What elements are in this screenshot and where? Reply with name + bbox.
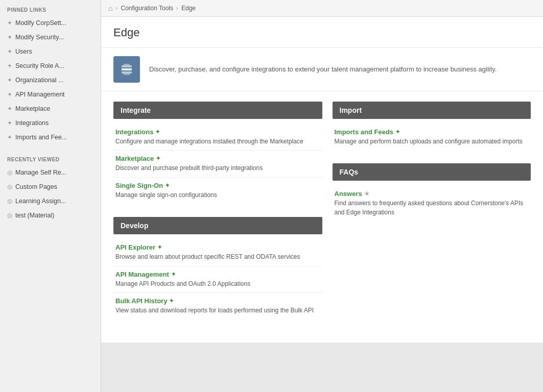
sso-desc: Manage single sign-on configurations bbox=[115, 191, 320, 200]
pin-icon-sso: ✦ bbox=[165, 182, 170, 189]
answers-link[interactable]: Answers ★ bbox=[335, 190, 529, 198]
recently-viewed-label: RECENTLY VIEWED bbox=[0, 150, 101, 165]
pin-icon-5: ✦ bbox=[7, 77, 12, 84]
edge-banner: Discover, purchase, and configure integr… bbox=[101, 48, 543, 91]
pin-icon-8: ✦ bbox=[7, 119, 12, 127]
faqs-header: FAQs bbox=[333, 163, 531, 181]
answers-desc: Find answers to frequently asked questio… bbox=[335, 199, 529, 217]
edge-description: Discover, purchase, and configure integr… bbox=[149, 64, 497, 75]
list-item: Single Sign-On ✦ Manage single sign-on c… bbox=[113, 178, 322, 204]
sidebar-item-marketplace[interactable]: ✦ Marketplace bbox=[0, 102, 101, 116]
sidebar-item-modify-corp[interactable]: ✦ Modify CorpSett... bbox=[0, 16, 101, 30]
sidebar-item-label: Manage Self Re... bbox=[15, 169, 66, 176]
right-column: Import Imports and Feeds ✦ Manage and pe… bbox=[322, 102, 531, 332]
sidebar-item-security-role[interactable]: ✦ Security Role A... bbox=[0, 59, 101, 73]
list-item: Answers ★ Find answers to frequently ask… bbox=[333, 186, 531, 221]
bulk-api-link[interactable]: Bulk API History ✦ bbox=[115, 297, 320, 305]
sidebar-item-organizational[interactable]: ✦ Organizational ... bbox=[0, 73, 101, 87]
breadcrumb-bar: ⌂ › Configuration Tools › Edge bbox=[101, 0, 543, 17]
recent-icon-2: ◎ bbox=[7, 183, 12, 190]
sso-link[interactable]: Single Sign-On ✦ bbox=[115, 182, 320, 189]
integrations-desc: Configure and manage integrations instal… bbox=[115, 137, 320, 146]
faqs-section: FAQs Answers ★ Find answers to frequentl… bbox=[333, 163, 531, 234]
edge-icon-box bbox=[113, 56, 140, 83]
api-explorer-link[interactable]: API Explorer ✦ bbox=[115, 243, 320, 251]
import-section: Import Imports and Feeds ✦ Manage and pe… bbox=[333, 102, 531, 163]
pin-icon-7: ✦ bbox=[7, 105, 12, 112]
star-icon-answers: ★ bbox=[364, 190, 369, 197]
list-item: Marketplace ✦ Discover and purchase preb… bbox=[113, 151, 322, 177]
integrations-link[interactable]: Integrations ✦ bbox=[115, 128, 320, 136]
marketplace-desc: Discover and purchase prebuilt third-par… bbox=[115, 164, 320, 173]
pinned-links-label: PINNED LINKS bbox=[0, 0, 101, 16]
sidebar-item-label: Custom Pages bbox=[15, 183, 57, 190]
sidebar-item-label: Modify Security... bbox=[15, 34, 64, 41]
develop-section: Develop API Explorer ✦ Browse and learn … bbox=[113, 217, 322, 332]
list-item: Integrations ✦ Configure and manage inte… bbox=[113, 124, 322, 151]
api-management-link[interactable]: API Management ✦ bbox=[115, 271, 320, 278]
sidebar: PINNED LINKS ✦ Modify CorpSett... ✦ Modi… bbox=[0, 0, 101, 392]
pin-icon-api-management: ✦ bbox=[171, 271, 176, 278]
pin-icon-4: ✦ bbox=[7, 62, 12, 69]
main-area: ⌂ › Configuration Tools › Edge Edge bbox=[101, 0, 543, 392]
develop-header: Develop bbox=[113, 217, 322, 234]
svg-rect-4 bbox=[124, 74, 130, 75]
svg-rect-2 bbox=[122, 71, 132, 74]
sidebar-item-label: Integrations bbox=[15, 119, 49, 127]
breadcrumb-config-tools[interactable]: Configuration Tools bbox=[121, 5, 173, 12]
sidebar-item-custom-pages[interactable]: ◎ Custom Pages bbox=[0, 180, 101, 194]
sidebar-item-manage-self[interactable]: ◎ Manage Self Re... bbox=[0, 165, 101, 180]
svg-rect-0 bbox=[122, 68, 132, 70]
sidebar-item-integrations[interactable]: ✦ Integrations bbox=[0, 116, 101, 130]
sidebar-item-users[interactable]: ✦ Users bbox=[0, 44, 101, 59]
sidebar-item-test-material[interactable]: ◎ test (Material) bbox=[0, 208, 101, 223]
import-header: Import bbox=[333, 102, 531, 119]
page-content: Edge Discover, purchase, and configure bbox=[101, 17, 543, 392]
sidebar-item-label: API Management bbox=[15, 91, 65, 98]
sidebar-item-label: Learning Assign... bbox=[15, 198, 66, 205]
develop-items: API Explorer ✦ Browse and learn about pr… bbox=[113, 234, 322, 324]
marketplace-link[interactable]: Marketplace ✦ bbox=[115, 155, 320, 162]
breadcrumb-sep-2: › bbox=[176, 5, 178, 12]
pin-icon-marketplace: ✦ bbox=[156, 155, 160, 162]
page-card: Edge Discover, purchase, and configure bbox=[101, 17, 543, 342]
pin-icon-1: ✦ bbox=[7, 19, 12, 27]
pin-icon-imports-feeds: ✦ bbox=[395, 129, 400, 135]
sidebar-item-imports[interactable]: ✦ Imports and Fee... bbox=[0, 130, 101, 144]
integrate-section: Integrate Integrations ✦ Configure and m… bbox=[113, 102, 322, 217]
pin-icon-api-explorer: ✦ bbox=[157, 244, 162, 251]
recent-icon-4: ◎ bbox=[7, 212, 12, 219]
bulk-api-desc: View status and download reports for loa… bbox=[115, 306, 320, 315]
home-icon[interactable]: ⌂ bbox=[108, 4, 112, 12]
sidebar-item-label: Security Role A... bbox=[15, 62, 64, 69]
breadcrumb-current: Edge bbox=[181, 5, 196, 12]
breadcrumb-sep-1: › bbox=[115, 5, 117, 12]
page-header: Edge bbox=[101, 17, 543, 48]
sidebar-item-learning-assign[interactable]: ◎ Learning Assign... bbox=[0, 194, 101, 208]
sidebar-item-label: Users bbox=[15, 48, 32, 55]
sidebar-item-label: Marketplace bbox=[15, 105, 50, 112]
pin-icon-bulk-api: ✦ bbox=[169, 298, 174, 304]
imports-feeds-desc: Manage and perform batch uploads and con… bbox=[335, 137, 529, 146]
pin-icon-6: ✦ bbox=[7, 91, 12, 98]
pin-icon-3: ✦ bbox=[7, 48, 12, 55]
left-column: Integrate Integrations ✦ Configure and m… bbox=[113, 102, 322, 332]
list-item: API Explorer ✦ Browse and learn about pr… bbox=[113, 239, 322, 266]
svg-rect-1 bbox=[122, 65, 132, 67]
list-item: Bulk API History ✦ View status and downl… bbox=[113, 293, 322, 319]
integrate-items: Integrations ✦ Configure and manage inte… bbox=[113, 119, 322, 209]
faqs-items: Answers ★ Find answers to frequently ask… bbox=[333, 181, 531, 226]
page-title: Edge bbox=[113, 26, 531, 39]
sidebar-item-label: Imports and Fee... bbox=[15, 134, 67, 141]
edge-logo-icon bbox=[119, 61, 135, 78]
list-item: Imports and Feeds ✦ Manage and perform b… bbox=[333, 124, 531, 150]
imports-feeds-link[interactable]: Imports and Feeds ✦ bbox=[335, 128, 529, 136]
list-item: API Management ✦ Manage API Products and… bbox=[113, 266, 322, 293]
sidebar-item-modify-security[interactable]: ✦ Modify Security... bbox=[0, 30, 101, 44]
pin-icon-2: ✦ bbox=[7, 34, 12, 41]
svg-rect-3 bbox=[124, 64, 130, 65]
sidebar-item-api-management[interactable]: ✦ API Management bbox=[0, 87, 101, 102]
api-explorer-desc: Browse and learn about product specific … bbox=[115, 253, 320, 261]
sidebar-item-label: Organizational ... bbox=[15, 77, 64, 84]
sidebar-item-label: test (Material) bbox=[15, 212, 54, 219]
